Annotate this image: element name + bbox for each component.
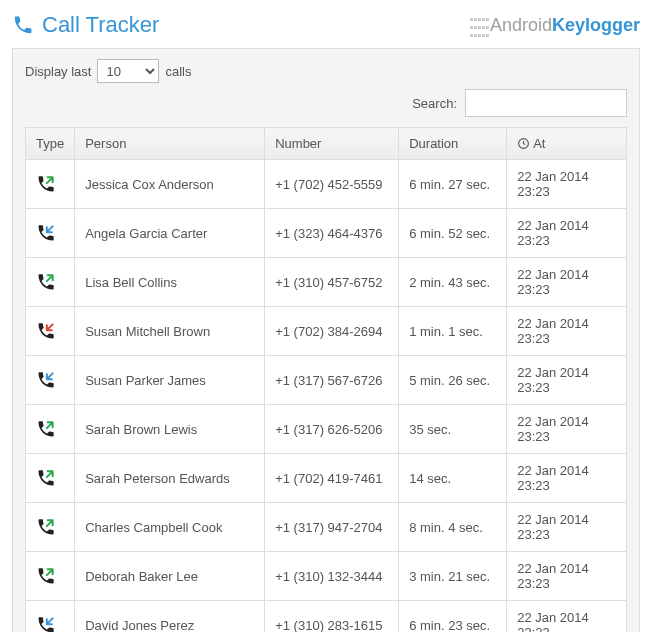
call-type-icon-missed	[26, 307, 75, 356]
duration-cell: 5 min. 26 sec.	[399, 356, 507, 405]
duration-cell: 14 sec.	[399, 454, 507, 503]
table-row: Charles Campbell Cook+1 (317) 947-27048 …	[26, 503, 627, 552]
col-number[interactable]: Number	[265, 128, 399, 160]
at-cell: 22 Jan 2014 23:23	[507, 160, 627, 209]
duration-cell: 35 sec.	[399, 405, 507, 454]
title-text: Call Tracker	[42, 12, 159, 38]
col-at[interactable]: At	[507, 128, 627, 160]
brand: AndroidKeylogger	[470, 13, 640, 37]
duration-cell: 3 min. 21 sec.	[399, 552, 507, 601]
number-cell: +1 (323) 464-4376	[265, 209, 399, 258]
at-cell: 22 Jan 2014 23:23	[507, 405, 627, 454]
person-cell: Sarah Peterson Edwards	[75, 454, 265, 503]
at-cell: 22 Jan 2014 23:23	[507, 454, 627, 503]
call-type-icon-incoming	[26, 209, 75, 258]
call-type-icon-outgoing	[26, 503, 75, 552]
table-row: Sarah Peterson Edwards+1 (702) 419-74611…	[26, 454, 627, 503]
col-person[interactable]: Person	[75, 128, 265, 160]
call-type-icon-outgoing	[26, 454, 75, 503]
call-type-icon-incoming	[26, 601, 75, 633]
at-cell: 22 Jan 2014 23:23	[507, 601, 627, 633]
at-cell: 22 Jan 2014 23:23	[507, 258, 627, 307]
table-row: Sarah Brown Lewis+1 (317) 626-520635 sec…	[26, 405, 627, 454]
search-label: Search:	[412, 96, 457, 111]
number-cell: +1 (702) 384-2694	[265, 307, 399, 356]
calls-label: calls	[165, 64, 191, 79]
number-cell: +1 (310) 457-6752	[265, 258, 399, 307]
duration-cell: 6 min. 23 sec.	[399, 601, 507, 633]
brand-text-1: Android	[490, 15, 552, 36]
col-at-label: At	[533, 136, 545, 151]
display-controls: Display last 10 calls	[25, 59, 627, 83]
number-cell: +1 (702) 452-5559	[265, 160, 399, 209]
person-cell: Deborah Baker Lee	[75, 552, 265, 601]
person-cell: Susan Mitchell Brown	[75, 307, 265, 356]
table-row: Susan Parker James+1 (317) 567-67265 min…	[26, 356, 627, 405]
col-type[interactable]: Type	[26, 128, 75, 160]
table-row: Angela Garcia Carter+1 (323) 464-43766 m…	[26, 209, 627, 258]
duration-cell: 6 min. 27 sec.	[399, 160, 507, 209]
person-cell: David Jones Perez	[75, 601, 265, 633]
calls-table: Type Person Number Duration At Jessica C…	[25, 127, 627, 632]
search-row: Search:	[25, 89, 627, 117]
count-select[interactable]: 10	[97, 59, 159, 83]
call-type-icon-incoming	[26, 356, 75, 405]
page-title: Call Tracker	[12, 12, 159, 38]
panel: Display last 10 calls Search: Type Perso…	[12, 48, 640, 632]
number-cell: +1 (310) 283-1615	[265, 601, 399, 633]
col-duration[interactable]: Duration	[399, 128, 507, 160]
at-cell: 22 Jan 2014 23:23	[507, 307, 627, 356]
number-cell: +1 (317) 567-6726	[265, 356, 399, 405]
table-row: Deborah Baker Lee+1 (310) 132-34443 min.…	[26, 552, 627, 601]
at-cell: 22 Jan 2014 23:23	[507, 209, 627, 258]
phone-icon	[12, 14, 34, 36]
search-input[interactable]	[465, 89, 627, 117]
person-cell: Susan Parker James	[75, 356, 265, 405]
call-type-icon-outgoing	[26, 405, 75, 454]
number-cell: +1 (317) 947-2704	[265, 503, 399, 552]
table-row: Susan Mitchell Brown+1 (702) 384-26941 m…	[26, 307, 627, 356]
number-cell: +1 (702) 419-7461	[265, 454, 399, 503]
duration-cell: 6 min. 52 sec.	[399, 209, 507, 258]
brand-text-2: Keylogger	[552, 15, 640, 36]
at-cell: 22 Jan 2014 23:23	[507, 552, 627, 601]
display-last-label: Display last	[25, 64, 91, 79]
number-cell: +1 (317) 626-5206	[265, 405, 399, 454]
duration-cell: 1 min. 1 sec.	[399, 307, 507, 356]
person-cell: Jessica Cox Anderson	[75, 160, 265, 209]
call-type-icon-outgoing	[26, 160, 75, 209]
person-cell: Angela Garcia Carter	[75, 209, 265, 258]
call-type-icon-outgoing	[26, 258, 75, 307]
at-cell: 22 Jan 2014 23:23	[507, 356, 627, 405]
duration-cell: 8 min. 4 sec.	[399, 503, 507, 552]
brand-grid-icon	[470, 13, 490, 37]
person-cell: Sarah Brown Lewis	[75, 405, 265, 454]
person-cell: Charles Campbell Cook	[75, 503, 265, 552]
table-row: Lisa Bell Collins+1 (310) 457-67522 min.…	[26, 258, 627, 307]
table-row: Jessica Cox Anderson+1 (702) 452-55596 m…	[26, 160, 627, 209]
person-cell: Lisa Bell Collins	[75, 258, 265, 307]
duration-cell: 2 min. 43 sec.	[399, 258, 507, 307]
number-cell: +1 (310) 132-3444	[265, 552, 399, 601]
table-row: David Jones Perez+1 (310) 283-16156 min.…	[26, 601, 627, 633]
clock-icon	[517, 137, 530, 150]
call-type-icon-outgoing	[26, 552, 75, 601]
header: Call Tracker AndroidKeylogger	[12, 8, 640, 48]
at-cell: 22 Jan 2014 23:23	[507, 503, 627, 552]
